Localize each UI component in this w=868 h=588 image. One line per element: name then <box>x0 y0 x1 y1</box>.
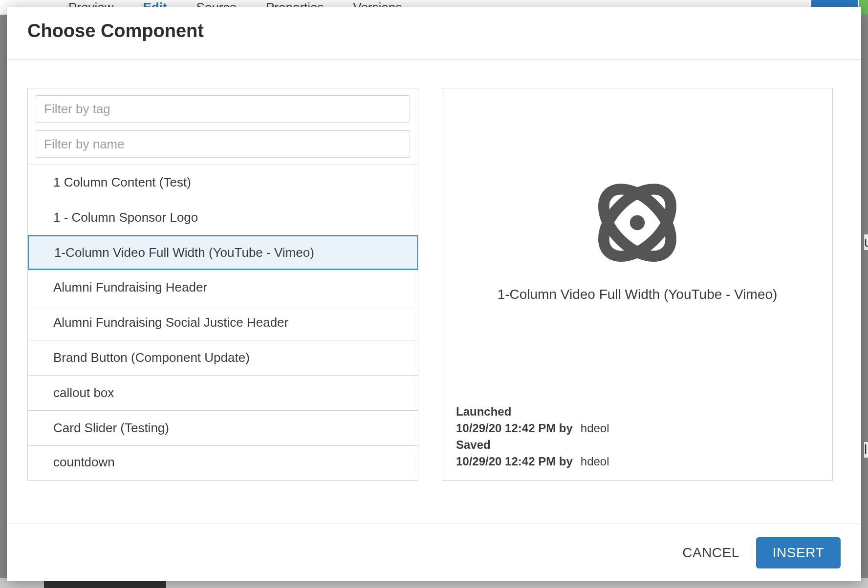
component-list-panel: 1 Column Content (Test) 1 - Column Spons… <box>27 88 418 481</box>
saved-value: 10/29/20 12:42 PM by <box>456 455 573 468</box>
component-item-label: Alumni Fundraising Header <box>53 280 207 295</box>
launched-value-line: 10/29/20 12:42 PM by hdeol <box>456 421 819 435</box>
dialog-header: Choose Component <box>7 7 861 60</box>
filter-by-tag-input[interactable] <box>36 95 410 123</box>
component-item-selected[interactable]: 1-Column Video Full Width (YouTube - Vim… <box>28 235 418 270</box>
component-detail-panel: 1-Column Video Full Width (YouTube - Vim… <box>442 88 833 481</box>
component-item-label: Alumni Fundraising Social Justice Header <box>53 315 288 330</box>
insert-button[interactable]: INSERT <box>756 537 841 568</box>
saved-value-line: 10/29/20 12:42 PM by hdeol <box>456 455 819 468</box>
component-item-label: 1-Column Video Full Width (YouTube - Vim… <box>54 245 314 260</box>
preview-title: 1-Column Video Full Width (YouTube - Vim… <box>498 287 778 302</box>
saved-label: Saved <box>456 438 491 452</box>
dialog-body: 1 Column Content (Test) 1 - Column Spons… <box>7 60 861 524</box>
meta-block: Launched 10/29/20 12:42 PM by hdeol Save… <box>456 405 819 468</box>
component-item[interactable]: 1 Column Content (Test) <box>28 165 418 200</box>
cancel-button[interactable]: CANCEL <box>682 545 739 561</box>
component-item-label: 1 Column Content (Test) <box>53 175 191 190</box>
saved-label-line: Saved <box>456 438 819 452</box>
component-item[interactable]: callout box <box>28 376 418 411</box>
filter-by-name-input[interactable] <box>36 130 410 158</box>
launched-label: Launched <box>456 405 511 419</box>
component-item-label: 1 - Column Sponsor Logo <box>53 210 198 225</box>
component-item-label: Card Slider (Testing) <box>53 420 169 436</box>
component-item-label: Brand Button (Component Update) <box>53 350 250 365</box>
svg-point-2 <box>630 215 645 230</box>
component-item[interactable]: Alumni Fundraising Social Justice Header <box>28 305 418 340</box>
bg-side-letter-2: l <box>864 442 868 458</box>
filter-area <box>28 88 418 165</box>
component-item[interactable]: countdown <box>28 446 418 470</box>
dialog-title: Choose Component <box>27 21 841 42</box>
launched-user: hdeol <box>581 421 609 435</box>
component-item[interactable]: 1 - Column Sponsor Logo <box>28 200 418 235</box>
component-item-label: countdown <box>53 455 115 470</box>
choose-component-dialog: Choose Component 1 Column Content (Test)… <box>7 7 861 581</box>
component-item[interactable]: Alumni Fundraising Header <box>28 270 418 305</box>
bg-side-letter-1: u <box>864 234 868 250</box>
component-item[interactable]: Card Slider (Testing) <box>28 411 418 446</box>
component-list[interactable]: 1 Column Content (Test) 1 - Column Spons… <box>28 165 418 480</box>
component-item-label: callout box <box>53 385 114 400</box>
preview-area: 1-Column Video Full Width (YouTube - Vim… <box>456 98 819 405</box>
launched-label-line: Launched <box>456 405 819 419</box>
launched-value: 10/29/20 12:42 PM by <box>456 421 573 435</box>
dialog-footer: CANCEL INSERT <box>7 524 861 581</box>
atom-icon <box>591 176 684 269</box>
saved-user: hdeol <box>581 455 609 468</box>
component-item[interactable]: Brand Button (Component Update) <box>28 340 418 376</box>
